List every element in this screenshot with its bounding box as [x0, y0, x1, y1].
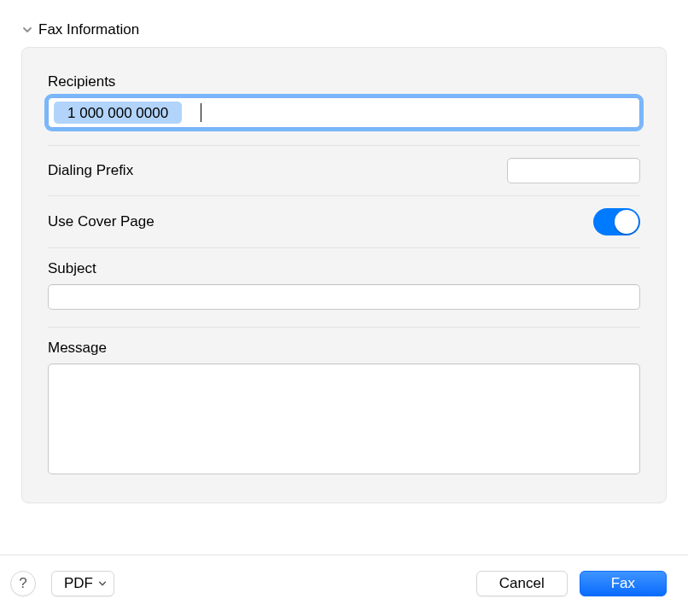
message-textarea[interactable]	[48, 363, 640, 474]
section-title: Fax Information	[38, 21, 139, 38]
message-label: Message	[48, 340, 640, 357]
help-icon: ?	[19, 575, 26, 592]
recipients-label: Recipients	[48, 73, 640, 90]
chevron-down-icon	[98, 579, 107, 588]
toggle-knob	[615, 210, 638, 234]
help-button[interactable]: ?	[10, 571, 36, 596]
cancel-button[interactable]: Cancel	[476, 571, 568, 596]
dialog-footer: ? PDF Cancel Fax	[0, 555, 688, 616]
recipients-input[interactable]: 1 000 000 0000	[48, 97, 640, 128]
chevron-down-icon	[21, 24, 33, 36]
use-cover-page-label: Use Cover Page	[48, 213, 155, 230]
fax-information-panel: Recipients 1 000 000 0000 Dialing Prefix…	[21, 47, 667, 503]
subject-label: Subject	[48, 260, 640, 277]
use-cover-page-toggle[interactable]	[593, 208, 640, 235]
pdf-menu-button[interactable]: PDF	[51, 571, 114, 596]
recipient-token[interactable]: 1 000 000 0000	[54, 102, 182, 124]
subject-input[interactable]	[48, 284, 640, 310]
dialing-prefix-label: Dialing Prefix	[48, 162, 133, 179]
cancel-button-label: Cancel	[499, 575, 545, 592]
fax-button[interactable]: Fax	[580, 571, 667, 596]
text-caret	[201, 103, 201, 122]
pdf-label: PDF	[64, 575, 93, 592]
dialing-prefix-input[interactable]	[507, 158, 640, 183]
fax-button-label: Fax	[611, 575, 635, 592]
section-header[interactable]: Fax Information	[21, 4, 667, 47]
